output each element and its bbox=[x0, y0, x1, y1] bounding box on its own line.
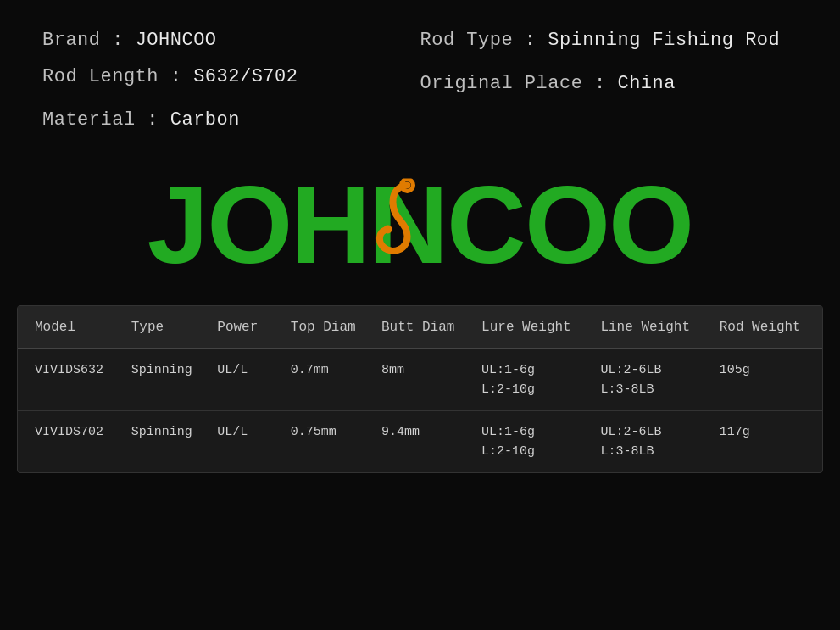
cell-line-weight: UL:2-6LB L:3-8LB bbox=[593, 348, 712, 410]
material-label: Material bbox=[42, 109, 136, 131]
logo-section: JOH N COO bbox=[0, 153, 840, 305]
fish-hook-icon bbox=[376, 178, 440, 267]
col-header-type: Type bbox=[125, 306, 211, 349]
info-section: Brand : JOHNCOO Rod Type : Spinning Fish… bbox=[0, 0, 840, 153]
original-place-value: China bbox=[617, 73, 676, 94]
cell-model: VIVIDS702 bbox=[18, 410, 125, 472]
material-value: Carbon bbox=[170, 109, 240, 131]
cell-lure-weight: UL:1-6g L:2-10g bbox=[475, 410, 593, 472]
rod-length-value: S632/S702 bbox=[193, 66, 298, 87]
original-place-info: Original Place : China bbox=[420, 62, 798, 98]
svg-point-0 bbox=[384, 225, 392, 233]
logo-n-wrapper: N bbox=[369, 170, 447, 280]
specs-table: Model Type Power Top Diam Butt Diam Lure… bbox=[18, 306, 822, 472]
rod-type-value: Spinning Fishing Rod bbox=[548, 30, 780, 51]
rod-length-info: Rod Length : S632/S702 bbox=[42, 62, 420, 98]
table-row: VIVIDS632 Spinning UL/L 0.7mm 8mm UL:1-6… bbox=[18, 348, 822, 410]
cell-rod-weight: 105g bbox=[713, 348, 822, 410]
cell-type: Spinning bbox=[125, 410, 211, 472]
col-header-rod-weight: Rod Weight bbox=[713, 306, 822, 349]
original-place-label: Original Place bbox=[420, 73, 583, 94]
logo-part-joh: JOH bbox=[147, 170, 369, 280]
cell-model: VIVIDS632 bbox=[18, 348, 125, 410]
rod-length-label: Rod Length bbox=[42, 66, 159, 87]
logo-part-coo: COO bbox=[447, 170, 693, 280]
cell-rod-weight: 117g bbox=[713, 410, 822, 472]
cell-type: Spinning bbox=[125, 348, 211, 410]
table-row: VIVIDS702 Spinning UL/L 0.75mm 9.4mm UL:… bbox=[18, 410, 822, 472]
logo-text: JOH N COO bbox=[147, 170, 693, 280]
brand-info: Brand : JOHNCOO bbox=[42, 25, 420, 55]
col-header-power: Power bbox=[210, 306, 284, 349]
rod-type-label: Rod Type bbox=[420, 30, 514, 51]
cell-top-diam: 0.75mm bbox=[284, 410, 375, 472]
cell-power: UL/L bbox=[210, 348, 284, 410]
col-header-line-weight: Line Weight bbox=[593, 306, 712, 349]
col-header-lure-weight: Lure Weight bbox=[475, 306, 593, 349]
logo-container: JOH N COO bbox=[147, 170, 693, 280]
col-header-butt-diam: Butt Diam bbox=[375, 306, 475, 349]
cell-lure-weight: UL:1-6g L:2-10g bbox=[475, 348, 593, 410]
cell-power: UL/L bbox=[210, 410, 284, 472]
table-header-row: Model Type Power Top Diam Butt Diam Lure… bbox=[18, 306, 822, 349]
cell-butt-diam: 9.4mm bbox=[375, 410, 475, 472]
brand-label: Brand bbox=[42, 30, 101, 51]
brand-value: JOHNCOO bbox=[136, 30, 217, 51]
rod-type-info: Rod Type : Spinning Fishing Rod bbox=[420, 25, 798, 55]
col-header-model: Model bbox=[18, 306, 125, 349]
table-section: Model Type Power Top Diam Butt Diam Lure… bbox=[17, 305, 823, 473]
material-info: Material : Carbon bbox=[42, 105, 420, 135]
cell-top-diam: 0.7mm bbox=[284, 348, 375, 410]
col-header-top-diam: Top Diam bbox=[284, 306, 375, 349]
cell-butt-diam: 8mm bbox=[375, 348, 475, 410]
cell-line-weight: UL:2-6LB L:3-8LB bbox=[593, 410, 712, 472]
